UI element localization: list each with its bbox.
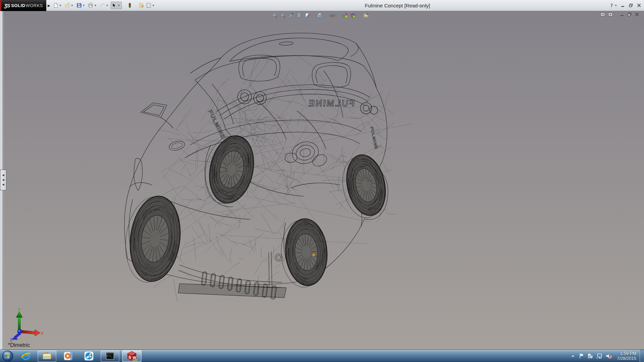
view-orientation-button[interactable] xyxy=(316,12,324,19)
triad-y-label: Y xyxy=(18,308,20,312)
restore-button[interactable] xyxy=(629,3,633,8)
dropdown-caret-icon[interactable]: ▼ xyxy=(152,4,155,7)
taskbar-clock[interactable]: 1:59 PM 7/28/2015 xyxy=(617,351,636,361)
action-center-icon[interactable] xyxy=(579,353,584,359)
section-view-button[interactable] xyxy=(287,12,295,19)
solidworks-logo: ƷS SOLID WORKS xyxy=(0,0,46,11)
media-player-taskbar-item[interactable] xyxy=(59,350,77,362)
zoom-to-area-button[interactable] xyxy=(279,12,287,19)
network-icon[interactable] xyxy=(596,353,602,359)
display-style-button[interactable] xyxy=(328,12,336,19)
collapse-arrow-icon: ◀ xyxy=(2,183,4,186)
zoom-to-fit-button[interactable] xyxy=(271,12,279,19)
collapse-arrow-icon: ◀ xyxy=(2,179,4,181)
open-button[interactable]: ▼ xyxy=(64,2,75,9)
system-tray xyxy=(570,353,612,359)
rebuild-button[interactable] xyxy=(126,2,133,9)
power-icon[interactable] xyxy=(587,353,593,359)
volume-muted-icon[interactable] xyxy=(605,353,612,359)
edit-appearance-button[interactable] xyxy=(349,12,357,19)
start-button[interactable] xyxy=(0,350,15,362)
dropdown-caret-icon[interactable]: ▼ xyxy=(106,4,108,7)
orientation-triad: Y X Z xyxy=(6,308,43,342)
window-controls: ?▼ xyxy=(610,0,641,11)
triad-x-label: X xyxy=(41,331,43,336)
document-window-controls xyxy=(600,12,639,17)
show-desktop-button[interactable] xyxy=(640,350,644,362)
save-button[interactable]: ▼ xyxy=(76,2,87,9)
svg-text:?: ? xyxy=(610,3,613,8)
doc-restore-button[interactable] xyxy=(627,12,632,17)
view-orientation-label: *Dimetric xyxy=(8,342,30,348)
feature-panel-collapse-handle[interactable]: ◀ ◀ ◀ xyxy=(0,170,6,190)
new-document-button[interactable]: ▼ xyxy=(52,2,63,9)
doc-minimize-button[interactable] xyxy=(620,12,625,17)
menu-expand-arrow-icon[interactable]: ▶ xyxy=(48,4,50,7)
clock-time: 1:59 PM xyxy=(617,351,636,356)
minimize-button[interactable] xyxy=(621,3,625,8)
window-title: Fulmine Concept [Read-only] xyxy=(365,0,430,11)
solidworks-window: ƷS SOLID WORKS ▶ ▼▼▼▼▼▼▼ Fulmine Concept… xyxy=(0,0,644,362)
close-button[interactable] xyxy=(637,3,641,8)
dropdown-caret-icon[interactable]: ▼ xyxy=(117,4,120,7)
annotation-views-button[interactable] xyxy=(303,12,311,19)
previous-view-button[interactable] xyxy=(295,12,303,19)
select-tool-button[interactable]: ▼ xyxy=(111,2,122,9)
svg-text:2015: 2015 xyxy=(131,359,137,361)
dropdown-caret-icon[interactable]: ▼ xyxy=(94,4,97,7)
graphics-viewport[interactable]: FULMINEFULMINEFULMINE ◀ ◀ ◀ Y X xyxy=(3,11,644,350)
show-hidden-icons-button[interactable] xyxy=(570,353,576,359)
undo-button[interactable]: ▼ xyxy=(99,2,110,9)
brand-name-bold: SOLID xyxy=(11,3,25,8)
clock-date: 7/28/2015 xyxy=(617,356,636,361)
dropdown-caret-icon[interactable]: ▼ xyxy=(83,4,85,7)
next-window-button[interactable] xyxy=(608,12,613,17)
blue-app-taskbar-item[interactable] xyxy=(80,350,98,362)
options-button[interactable]: ▼ xyxy=(145,2,156,9)
doc-close-button[interactable] xyxy=(635,12,639,17)
hide-show-items-button[interactable] xyxy=(341,12,349,19)
dassault-3ds-mark: ƷS xyxy=(4,3,10,8)
triad-z-label: Z xyxy=(10,338,12,342)
print-button[interactable]: ▼ xyxy=(87,2,98,9)
collapse-arrow-icon: ◀ xyxy=(2,174,4,177)
explorer-taskbar-item[interactable] xyxy=(38,350,56,362)
wireframe-car-model[interactable]: FULMINEFULMINEFULMINE xyxy=(3,11,644,350)
main-toolbar: ▼▼▼▼▼▼▼ xyxy=(52,2,156,9)
help-button[interactable]: ?▼ xyxy=(610,3,617,8)
file-properties-button[interactable] xyxy=(138,2,145,9)
origin-marker xyxy=(312,253,315,256)
svg-text:C:\_: C:\_ xyxy=(107,354,112,357)
dropdown-caret-icon[interactable]: ▼ xyxy=(59,4,62,7)
solidworks-taskbar-item[interactable]: SW2015 xyxy=(122,350,142,362)
previous-window-button[interactable] xyxy=(600,12,605,17)
svg-text:S: S xyxy=(129,355,131,359)
brand-name-light: WORKS xyxy=(25,3,43,8)
dropdown-caret-icon[interactable]: ▼ xyxy=(71,4,73,7)
help-dropdown-caret-icon[interactable]: ▼ xyxy=(614,4,617,7)
cmd-taskbar-item[interactable]: C:\_ xyxy=(101,350,119,362)
windows-taskbar: C:\_SW2015 1:59 PM 7/28/2015 xyxy=(0,350,644,362)
svg-text:FULMINE: FULMINE xyxy=(307,98,355,108)
title-bar: ƷS SOLID WORKS ▶ ▼▼▼▼▼▼▼ Fulmine Concept… xyxy=(0,0,644,11)
headsup-view-toolbar xyxy=(271,12,370,19)
taskbar-items: C:\_SW2015 xyxy=(15,350,143,362)
ie-taskbar-item[interactable] xyxy=(17,350,35,362)
apply-scene-button[interactable] xyxy=(362,12,370,19)
